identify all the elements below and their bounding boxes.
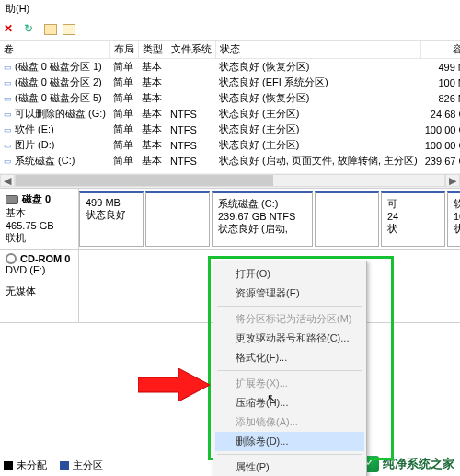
partition-size: 24: [387, 211, 439, 222]
cell-type: 基本: [138, 153, 167, 168]
partition-recovery[interactable]: 499 MB 状态良好: [79, 191, 144, 247]
cell-status: 状态良好 (EFI 系统分区): [215, 75, 421, 90]
partition-name: 软件 (E:): [454, 197, 460, 211]
ctx-mirror: 添加镜像(A)...: [215, 412, 364, 432]
volume-row[interactable]: (磁盘 0 磁盘分区 5)简单基本状态良好 (恢复分区)826 MB826 MB…: [0, 90, 460, 106]
cell-cap: 239.67 GB: [421, 153, 460, 168]
col-volume[interactable]: 卷: [0, 41, 109, 59]
volume-header-row[interactable]: 卷 布局 类型 文件系统 状态 容量 可用空间 % 可用: [0, 41, 460, 59]
toolbar-delete-icon[interactable]: [4, 22, 18, 37]
volume-row[interactable]: (磁盘 0 磁盘分区 2)简单基本状态良好 (EFI 系统分区)100 MB10…: [0, 75, 460, 90]
volume-row[interactable]: 软件 (E:)简单基本NTFS状态良好 (主分区)100.00 GB96.99 …: [0, 122, 460, 137]
legend-swatch-unallocated: [4, 461, 13, 470]
toolbar-folder2-icon[interactable]: [63, 24, 75, 35]
cell-vol: 图片 (D:): [0, 137, 109, 153]
ctx-properties[interactable]: 属性(P): [215, 458, 364, 476]
scroll-left-arrow[interactable]: ◀: [0, 174, 15, 187]
cell-cap: 100.00 GB: [421, 122, 460, 137]
cell-vol: (磁盘 0 磁盘分区 5): [0, 90, 109, 106]
ctx-format[interactable]: 格式化(F)...: [215, 348, 364, 367]
cell-layout: 简单: [109, 90, 138, 106]
horizontal-scrollbar[interactable]: ◀ ▶: [0, 173, 460, 188]
legend: 未分配 主分区: [4, 459, 103, 472]
cell-vol: (磁盘 0 磁盘分区 2): [0, 75, 109, 90]
ctx-explorer[interactable]: 资源管理器(E): [215, 284, 364, 303]
cell-status: 状态良好 (恢复分区): [215, 90, 421, 106]
cell-vol: 软件 (E:): [0, 122, 109, 137]
cell-vol: (磁盘 0 磁盘分区 1): [0, 59, 109, 75]
volume-row[interactable]: 可以删除的磁盘 (G:)简单基本NTFS状态良好 (主分区)24.68 GB24…: [0, 106, 460, 122]
legend-swatch-primary: [60, 461, 69, 470]
partition-efi[interactable]: [145, 191, 210, 247]
watermark-text: 纯净系统之家: [383, 456, 454, 472]
cell-layout: 简单: [109, 59, 138, 75]
ctx-delete-volume[interactable]: 删除卷(D)...: [215, 432, 364, 451]
col-capacity[interactable]: 容量: [421, 41, 460, 59]
cursor-icon: ↖: [267, 391, 277, 405]
scroll-thumb[interactable]: [16, 175, 273, 186]
hdd-icon: [6, 195, 18, 204]
context-menu[interactable]: 打开(O) 资源管理器(E) 将分区标记为活动分区(M) 更改驱动器号和路径(C…: [213, 261, 367, 476]
ctx-separator: [217, 370, 362, 371]
cell-status: 状态良好 (主分区): [215, 122, 421, 137]
cell-layout: 简单: [109, 106, 138, 122]
cell-cap: 826 MB: [421, 90, 460, 106]
volume-row[interactable]: 系统磁盘 (C:)简单基本NTFS状态良好 (启动, 页面文件, 故障转储, 主…: [0, 153, 460, 168]
cell-fs: NTFS: [167, 137, 215, 153]
cell-fs: NTFS: [167, 153, 215, 168]
col-fs[interactable]: 文件系统: [167, 41, 215, 59]
cdrom-letter: DVD (F:): [6, 264, 73, 275]
partition-c[interactable]: 系统磁盘 (C:) 239.67 GB NTFS 状态良好 (启动,: [212, 191, 313, 247]
ctx-separator: [217, 454, 362, 455]
partition-g[interactable]: 可 24 状: [381, 191, 445, 247]
col-type[interactable]: 类型: [138, 41, 167, 59]
col-status[interactable]: 状态: [215, 41, 421, 59]
disk-0-title: 磁盘 0: [22, 192, 51, 206]
menu-bar[interactable]: 助(H): [0, 0, 460, 18]
scroll-right-arrow[interactable]: ▶: [445, 174, 460, 187]
cell-fs: [167, 59, 215, 75]
cell-status: 状态良好 (启动, 页面文件, 故障转储, 主分区): [215, 153, 421, 168]
cell-type: 基本: [138, 106, 167, 122]
partition-status: 状态良好 (启动,: [218, 222, 306, 236]
toolbar: [0, 18, 460, 41]
volume-row[interactable]: (磁盘 0 磁盘分区 1)简单基本状态良好 (恢复分区)499 MB499 MB…: [0, 59, 460, 75]
cell-fs: [167, 75, 215, 90]
disk-0-status: 联机: [6, 231, 73, 245]
partition-status: 状态良好 (主分区: [454, 222, 460, 236]
menu-help[interactable]: 助(H): [6, 3, 29, 14]
cdrom-header[interactable]: CD-ROM 0 DVD (F:) 无媒体: [0, 250, 79, 322]
ctx-open[interactable]: 打开(O): [215, 264, 364, 284]
ctx-mark-active: 将分区标记为活动分区(M): [215, 309, 364, 329]
toolbar-folder-icon[interactable]: [44, 24, 57, 35]
disk-0-header[interactable]: 磁盘 0 基本 465.75 GB 联机: [0, 189, 79, 249]
cell-status: 状态良好 (恢复分区): [215, 59, 421, 75]
legend-primary: 主分区: [73, 459, 103, 470]
partition-name: 系统磁盘 (C:): [218, 197, 306, 211]
cell-type: 基本: [138, 137, 167, 153]
col-layout[interactable]: 布局: [109, 41, 138, 59]
cell-fs: [167, 90, 215, 106]
volume-list[interactable]: 卷 布局 类型 文件系统 状态 容量 可用空间 % 可用 (磁盘 0 磁盘分区 …: [0, 41, 460, 188]
partition-e[interactable]: 软件 (E:) 100.00 GB NTFS 状态良好 (主分区: [447, 191, 460, 247]
cell-cap: 24.68 GB: [421, 106, 460, 122]
disk-row-0[interactable]: 磁盘 0 基本 465.75 GB 联机 499 MB 状态良好 系统磁盘 (C…: [0, 189, 460, 250]
watermark: 纯净系统之家: [362, 456, 454, 472]
toolbar-refresh-icon[interactable]: [24, 22, 39, 37]
scroll-track[interactable]: [15, 174, 445, 187]
partition-size: 239.67 GB NTFS: [218, 211, 306, 222]
ctx-extend: 扩展卷(X)...: [215, 374, 364, 393]
cell-status: 状态良好 (主分区): [215, 106, 421, 122]
partition-recovery-2[interactable]: [315, 191, 379, 247]
volume-row[interactable]: 图片 (D:)简单基本NTFS状态良好 (主分区)100.00 GB99.87 …: [0, 137, 460, 153]
cell-status: 状态良好 (主分区): [215, 137, 421, 153]
ctx-change-drive[interactable]: 更改驱动器号和路径(C)...: [215, 329, 364, 348]
cdrom-title: CD-ROM 0: [20, 253, 70, 264]
ctx-shrink[interactable]: 压缩卷(H)...: [215, 393, 364, 412]
partition-status: 状态良好: [86, 208, 137, 222]
cell-layout: 简单: [109, 153, 138, 168]
cdrom-icon: [6, 253, 17, 264]
cell-layout: 简单: [109, 122, 138, 137]
cell-type: 基本: [138, 59, 167, 75]
disk-0-type: 基本: [6, 206, 73, 220]
